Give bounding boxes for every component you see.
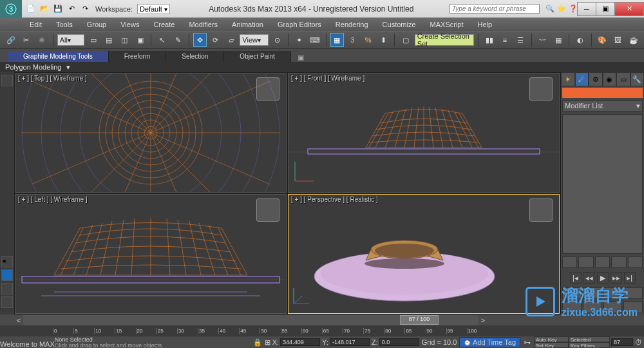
editnamed-icon[interactable]: ▢ [399, 33, 412, 47]
viewport-label-left[interactable]: [ + ] [ Left ] [ Wireframe ] [18, 196, 88, 203]
modifier-stack[interactable] [562, 114, 643, 254]
window-crossing-icon[interactable]: ▣ [133, 33, 147, 47]
search-icon[interactable]: 🔍 [545, 5, 554, 13]
manip-icon[interactable]: ✦ [292, 33, 306, 47]
object-color-swatch[interactable] [562, 88, 643, 98]
layers-icon[interactable]: ☰ [514, 33, 527, 47]
viewport-top[interactable]: [ + ] [ Top ] [ Wireframe ] [15, 73, 287, 193]
next-frame-icon[interactable]: ▸▸ [611, 272, 622, 284]
curve-editor-icon[interactable]: 〰 [536, 33, 549, 47]
maxscript-prompt[interactable]: Welcome to MAX [0, 326, 55, 348]
viewcube-top[interactable] [256, 77, 279, 101]
tab-objectpaint[interactable]: Object Paint [224, 51, 290, 62]
keyfilters-button[interactable]: Key Filters... [569, 342, 610, 348]
snap-icon[interactable]: ▦ [330, 33, 344, 47]
ribbon-collapse-icon[interactable]: ▣ [291, 53, 310, 62]
move-icon[interactable]: ✥ [193, 33, 207, 47]
pin-stack-icon[interactable] [562, 256, 577, 268]
minimize-button[interactable]: ─ [577, 2, 596, 16]
mirror-icon[interactable]: ▮▮ [482, 33, 496, 47]
current-frame-input[interactable]: 87 [611, 338, 633, 346]
viewport-layout3-icon[interactable] [1, 296, 13, 308]
render-setup-icon[interactable]: 🎨 [596, 33, 609, 47]
selected-dropdown[interactable]: Selected [569, 336, 610, 342]
search-input[interactable] [450, 4, 540, 14]
bind-icon[interactable]: ⚛ [35, 33, 48, 47]
tab-freeform[interactable]: Freeform [109, 51, 167, 62]
menu-modifiers[interactable]: Modifiers [182, 19, 224, 30]
new-icon[interactable]: 📄 [25, 3, 37, 15]
unlink-icon[interactable]: ✂ [19, 33, 33, 47]
schematic-icon[interactable]: ▦ [551, 33, 565, 47]
coord-display-icon[interactable]: ⊞ [265, 338, 270, 347]
redo-icon[interactable]: ↷ [79, 3, 91, 15]
viewport-layout-icon[interactable] [1, 269, 13, 281]
viewcube-left[interactable] [256, 198, 279, 222]
display-tab-icon[interactable]: ▭ [616, 72, 630, 86]
app-icon[interactable]: 3 [0, 0, 22, 18]
setkey-button[interactable]: Set Key [534, 342, 569, 348]
timeslider-left-icon[interactable]: < [14, 316, 23, 324]
scene-explorer-icon[interactable] [1, 75, 13, 86]
menu-animation[interactable]: Animation [225, 19, 270, 30]
lock-selection-icon[interactable]: 🔒 [251, 338, 265, 347]
configure-icon[interactable] [628, 256, 643, 268]
align-icon[interactable]: ≡ [498, 33, 511, 47]
goto-end-icon[interactable]: ▸| [624, 272, 636, 284]
menu-create[interactable]: Create [147, 19, 181, 30]
menu-grapheditors[interactable]: Graph Editors [271, 19, 328, 30]
selection-filter-dropdown[interactable]: All ▾ [57, 34, 85, 46]
viewcube-front[interactable] [529, 77, 553, 101]
coord-y[interactable]: -148.017 [330, 338, 370, 346]
menu-edit[interactable]: Edit [23, 19, 48, 30]
menu-rendering[interactable]: Rendering [329, 19, 375, 30]
selectregion-icon[interactable]: ◫ [118, 33, 131, 47]
undo-icon[interactable]: ↶ [66, 3, 77, 15]
time-slider-thumb[interactable]: 87 / 100 [400, 315, 439, 325]
rendered-frame-icon[interactable]: 🖼 [611, 33, 625, 47]
help-icon[interactable]: ❓ [569, 5, 578, 13]
menu-maxscript[interactable]: MAXScript [424, 19, 470, 30]
angle-snap-icon[interactable]: 3 [346, 33, 359, 47]
pivot-icon[interactable]: ⊙ [270, 33, 284, 47]
close-button[interactable]: ✕ [614, 2, 644, 16]
render-icon[interactable]: ☕ [627, 33, 640, 47]
menu-tools[interactable]: Tools [50, 19, 79, 30]
viewport-layout2-icon[interactable] [1, 283, 13, 295]
menu-group[interactable]: Group [80, 19, 113, 30]
menu-customize[interactable]: Customize [376, 19, 422, 30]
keymode-icon[interactable]: ⌨ [308, 33, 321, 47]
rotate-icon[interactable]: ⟳ [209, 33, 222, 47]
show-end-icon[interactable] [578, 256, 593, 268]
coord-z[interactable]: 0.0 [379, 338, 419, 346]
remove-mod-icon[interactable] [611, 256, 626, 268]
tab-selection[interactable]: Selection [166, 51, 224, 62]
viewcube-persp[interactable] [529, 198, 553, 222]
timeline-ruler[interactable]: 05 1015 2025 3035 4045 5055 6065 7075 80… [0, 325, 644, 336]
ribbon-panel[interactable]: Polygon Modeling ▾ [0, 62, 644, 72]
spinner-snap-icon[interactable]: ⬍ [377, 33, 390, 47]
create-tab-icon[interactable]: ✶ [561, 72, 575, 86]
open-icon[interactable]: 📂 [39, 3, 50, 15]
utilities-tab-icon[interactable]: 🔧 [630, 72, 645, 86]
unique-icon[interactable] [595, 256, 610, 268]
goto-start-icon[interactable]: |◂ [570, 272, 582, 284]
material-editor-icon[interactable]: ◐ [573, 33, 587, 47]
named-selectionset-dropdown[interactable]: Create Selection Set [415, 34, 475, 46]
modify-tab-icon[interactable]: ☄ [575, 72, 589, 86]
nudge-left-icon[interactable]: ◂ [1, 256, 13, 267]
workspace-dropdown[interactable]: Default ▾ [137, 4, 170, 14]
timetag-button[interactable]: ⌚ Add Time Tag [459, 337, 520, 347]
paint-select-icon[interactable]: ✎ [171, 33, 184, 47]
timeslider-right-icon[interactable]: > [478, 316, 488, 324]
viewport-label-persp[interactable]: [ + ] [ Perspective ] [ Realistic ] [291, 196, 378, 203]
viewport-label-top[interactable]: [ + ] [ Top ] [ Wireframe ] [18, 75, 87, 82]
menu-views[interactable]: Views [114, 19, 146, 30]
maximize-button[interactable]: ▣ [596, 2, 615, 16]
motion-tab-icon[interactable]: ◉ [603, 72, 617, 86]
select-icon[interactable]: ▭ [86, 33, 100, 47]
viewport-perspective[interactable]: [ + ] [ Perspective ] [ Realistic ] [288, 194, 560, 314]
play-icon[interactable]: ▶ [597, 272, 609, 284]
modifier-list-dropdown[interactable]: Modifier List▾ [562, 101, 643, 111]
time-slider-track[interactable]: 87 / 100 [23, 315, 478, 325]
